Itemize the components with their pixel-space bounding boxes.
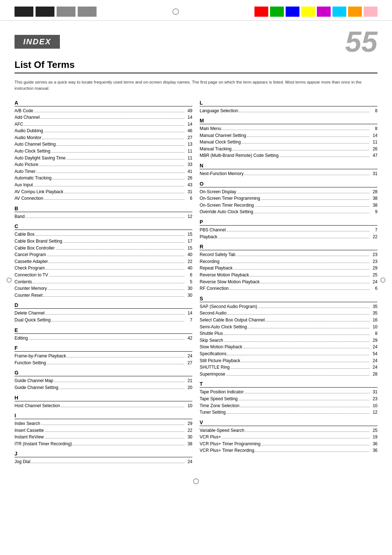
- entry-dots: [51, 321, 184, 321]
- entry-page-number: 22: [370, 234, 377, 240]
- index-entry: Override Auto Clock Setting9: [200, 208, 377, 215]
- letter-section-r: RRecord Safety Tab23Recording23Repeat Pl…: [200, 244, 377, 292]
- entry-term: ITR (Instant Timer Recording): [15, 441, 72, 447]
- entry-term: Cancel Program: [15, 251, 46, 258]
- entry-page-number: 7: [185, 317, 192, 324]
- entry-dots: [43, 296, 184, 297]
- color-cyan: [332, 7, 346, 17]
- entry-term: Audio Monitor: [15, 134, 41, 141]
- letter-section-n: NNext-Function Memory31: [200, 163, 377, 177]
- entry-term: Auto Clock Setting: [15, 148, 50, 155]
- entry-page-number: 31: [185, 189, 192, 195]
- index-entry: Manual Channel Setting14: [200, 132, 377, 139]
- entry-page-number: 15: [185, 245, 192, 252]
- entry-term: Select Cable Box Output Channel: [200, 317, 265, 324]
- entry-term: Skip Search: [200, 337, 223, 344]
- index-entry: Auto Timer41: [15, 168, 192, 175]
- index-entry: Tape Speed Setting23: [200, 396, 377, 402]
- index-entry: Counter Reset30: [15, 292, 192, 299]
- entry-dots: [49, 276, 184, 276]
- entry-term: SHUTTLE Ring: [200, 364, 230, 371]
- entry-term: Shuttle Plus: [200, 330, 223, 337]
- entry-term: Band: [15, 213, 25, 220]
- entry-dots: [34, 112, 184, 112]
- entry-dots: [29, 339, 184, 340]
- entry-page-number: 36: [370, 441, 377, 447]
- entry-page-number: 41: [185, 168, 192, 175]
- entry-term: Slow Motion Playback: [200, 344, 242, 351]
- entry-page-number: 23: [370, 396, 377, 402]
- index-entry: VCR Plus+19: [200, 434, 377, 441]
- color-orange: [348, 7, 362, 17]
- index-entry: SAP (Second Audio Program)35: [200, 303, 377, 310]
- entry-term: Host Channel Selection: [15, 402, 60, 409]
- entry-page-number: 30: [185, 434, 192, 441]
- intro-text: This guide serves as a quick way to loca…: [0, 75, 392, 96]
- gray-block-1: [57, 7, 75, 17]
- entry-term: MBR (Multi-Brand Remote) Code Setting: [200, 152, 278, 159]
- letter-section-b: BBand12: [15, 206, 192, 220]
- entry-dots: [224, 335, 369, 335]
- entry-term: Add Channel: [15, 114, 40, 121]
- letter-header-a: A: [15, 100, 192, 106]
- index-entry: Cable Box Controller15: [15, 245, 192, 252]
- index-entry: Next-Function Memory31: [200, 170, 377, 177]
- letter-section-d: DDelete Channel14Dual Quick Setting7: [15, 302, 192, 323]
- entry-page-number: 6: [370, 285, 377, 292]
- entry-page-number: 27: [185, 134, 192, 141]
- entry-page-number: 24: [185, 353, 192, 360]
- index-entry: Variable-Speed Search25: [200, 427, 377, 434]
- entry-page-number: 29: [370, 265, 377, 272]
- index-entry: Cable Box Brand Setting17: [15, 238, 192, 245]
- entry-page-number: 14: [185, 121, 192, 128]
- left-column: AA/B Code49Add Channel14AFC14Audio Dubbi…: [11, 96, 196, 468]
- entry-page-number: 28: [370, 371, 377, 378]
- entry-page-number: 24: [185, 458, 192, 465]
- index-entry: Delete Channel14: [15, 310, 192, 317]
- entry-dots: [47, 256, 184, 256]
- entry-term: Second Audio: [200, 310, 226, 317]
- entry-dots: [227, 355, 369, 355]
- entry-page-number: 10: [370, 402, 377, 409]
- letter-header-b: B: [15, 206, 192, 212]
- entry-term: Counter Memory: [15, 285, 47, 292]
- entry-page-number: 14: [185, 114, 192, 121]
- entry-page-number: 33: [185, 161, 192, 168]
- entry-page-number: 54: [370, 351, 377, 357]
- entry-dots: [260, 283, 369, 283]
- color-yellow: [301, 7, 315, 17]
- entry-page-number: 35: [370, 303, 377, 310]
- entry-term: Playback: [200, 234, 217, 240]
- bottom-decoration: [0, 467, 392, 488]
- index-entry: A/B Code49: [15, 108, 192, 114]
- entry-dots: [236, 256, 369, 256]
- index-entry: Semi-Auto Clock Setting10: [200, 324, 377, 331]
- index-entry: AV Connection6: [15, 195, 192, 202]
- entry-page-number: 19: [370, 434, 377, 441]
- index-entry: Cancel Program40: [15, 251, 192, 258]
- entry-dots: [63, 242, 184, 243]
- entry-term: Contents: [15, 279, 32, 285]
- entry-page-number: 24: [370, 364, 377, 371]
- entry-dots: [227, 314, 369, 315]
- entry-term: Recording: [200, 258, 220, 265]
- index-entry: Auto Channel Setting13: [15, 141, 192, 148]
- letter-section-f: FFrame-by-Frame Playback24Function Setti…: [15, 345, 192, 366]
- entry-dots: [33, 283, 184, 283]
- letter-section-a: AA/B Code49Add Channel14AFC14Audio Dubbi…: [15, 100, 192, 202]
- letter-header-e: E: [15, 327, 192, 334]
- entry-dots: [261, 445, 369, 445]
- entry-page-number: 12: [185, 213, 192, 220]
- entry-dots: [47, 364, 184, 364]
- index-entry: Cassette Adapter22: [15, 258, 192, 265]
- entry-dots: [241, 362, 369, 362]
- entry-dots: [261, 199, 369, 200]
- entry-dots: [64, 193, 184, 193]
- entry-term: RF Connection: [200, 285, 229, 292]
- letter-header-o: O: [200, 181, 377, 187]
- letter-section-s: SSAP (Second Audio Program)35Second Audi…: [200, 296, 377, 378]
- entry-dots: [244, 393, 369, 393]
- entry-term: Insert Cassette: [15, 427, 44, 434]
- entry-page-number: 31: [370, 170, 377, 177]
- entry-dots: [45, 269, 184, 270]
